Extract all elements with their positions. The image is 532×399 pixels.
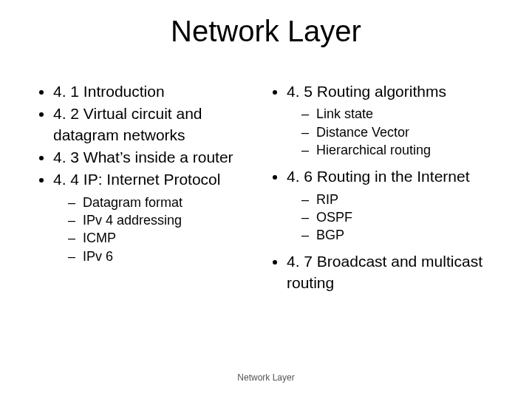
list-item: OSPF [301, 208, 502, 226]
right-bullets-3: 4. 7 Broadcast and multicast routing [269, 251, 502, 293]
list-item: 4. 3 What’s inside a router [53, 147, 269, 168]
right-sublist-46: RIP OSPF BGP [269, 191, 502, 245]
list-item: Datagram format [68, 194, 269, 211]
list-item: Hierarchical routing [301, 141, 502, 159]
right-column: 4. 5 Routing algorithms Link state Dista… [269, 81, 502, 295]
list-item: BGP [301, 226, 502, 244]
list-item: IPv 6 [68, 248, 269, 265]
list-item: 4. 7 Broadcast and multicast routing [287, 251, 502, 293]
slide: Network Layer 4. 1 Introduction 4. 2 Vir… [0, 0, 532, 399]
slide-title: Network Layer [0, 15, 532, 48]
list-item: 4. 5 Routing algorithms [287, 81, 502, 102]
list-item: Distance Vector [301, 123, 502, 141]
slide-body: 4. 1 Introduction 4. 2 Virtual circuit a… [35, 81, 502, 295]
right-bullets-1: 4. 5 Routing algorithms [269, 81, 502, 102]
left-column: 4. 1 Introduction 4. 2 Virtual circuit a… [35, 81, 269, 295]
list-item: IPv 4 addressing [68, 211, 269, 229]
right-bullets-2: 4. 6 Routing in the Internet [269, 166, 502, 187]
list-item: 4. 6 Routing in the Internet [287, 166, 502, 187]
footer-text: Network Layer [0, 372, 532, 383]
right-sublist-45: Link state Distance Vector Hierarchical … [269, 105, 502, 159]
list-item: 4. 1 Introduction [53, 81, 269, 102]
list-item: 4. 4 IP: Internet Protocol [53, 169, 269, 190]
list-item: Link state [301, 105, 502, 123]
list-item: 4. 2 Virtual circuit and datagram networ… [53, 103, 269, 146]
left-bullets: 4. 1 Introduction 4. 2 Virtual circuit a… [35, 81, 269, 191]
left-sublist: Datagram format IPv 4 addressing ICMP IP… [35, 194, 269, 265]
list-item: RIP [301, 191, 502, 208]
list-item: ICMP [68, 229, 269, 247]
